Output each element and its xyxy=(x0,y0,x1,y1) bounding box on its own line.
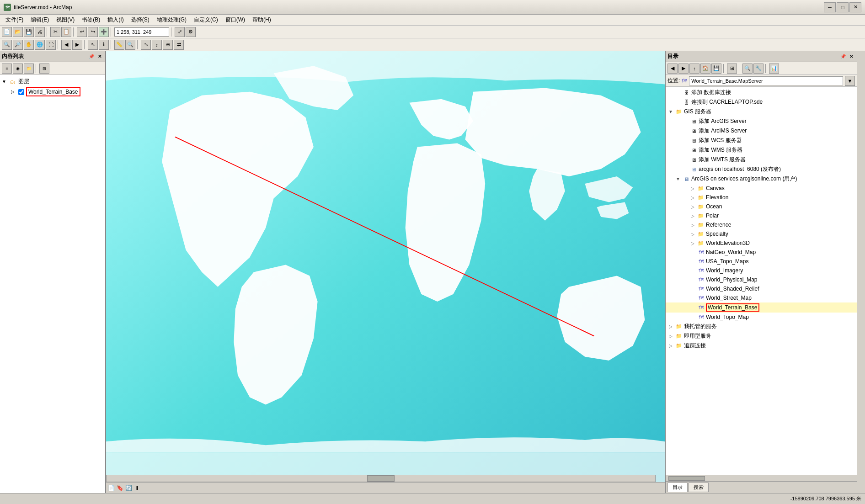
menu-view[interactable]: 视图(V) xyxy=(53,15,78,25)
catalog-hscrollbar[interactable] xyxy=(666,475,857,481)
cat-home-btn[interactable]: 🏠 xyxy=(700,64,710,74)
tree-item-add-arcgis[interactable]: 🖥 添加 ArcGIS Server xyxy=(666,117,857,126)
menu-bookmarks[interactable]: 书签(B) xyxy=(78,15,104,25)
elevation-expand[interactable]: ▷ xyxy=(689,194,696,201)
redo-button[interactable]: ↪ xyxy=(88,27,98,37)
tree-item-arcgisonline[interactable]: ▼ 🖥 ArcGIS on services.arcgisonline.com … xyxy=(666,174,857,184)
toc-btn-2[interactable]: ◉ xyxy=(13,64,23,74)
menu-customize[interactable]: 自定义(C) xyxy=(190,15,222,25)
title-bar-controls[interactable]: ─ □ ✕ xyxy=(824,2,861,12)
menu-help[interactable]: 帮助(H) xyxy=(249,15,275,25)
tree-item-polar[interactable]: ▷ 📁 Polar xyxy=(666,211,857,220)
tree-item-localhost[interactable]: 🖥 arcgis on localhost_6080 (发布者) xyxy=(666,164,857,174)
tree-item-imagery[interactable]: 🗺 World_Imagery xyxy=(666,266,857,275)
layers-expand-icon[interactable]: ▼ xyxy=(2,79,7,85)
pan-button[interactable]: ✋ xyxy=(24,40,34,50)
tree-item-elevation[interactable]: ▷ 📁 Elevation xyxy=(666,193,857,202)
layer-checkbox[interactable] xyxy=(18,89,24,95)
minimize-button[interactable]: ─ xyxy=(824,2,836,12)
tree-item-myservices[interactable]: ▷ 📁 我托管的服务 xyxy=(666,322,857,331)
toc-close-icon[interactable]: ✕ xyxy=(96,53,103,60)
tree-item-add-wms[interactable]: 🖥 添加 WMS 服务器 xyxy=(666,145,857,155)
toc-btn-4[interactable]: ⊞ xyxy=(39,64,49,74)
tree-item-gis-server[interactable]: ▼ 📁 GIS 服务器 xyxy=(666,107,857,117)
tree-item-canvas[interactable]: ▷ 📁 Canvas xyxy=(666,184,857,193)
menu-window[interactable]: 窗口(W) xyxy=(222,15,249,25)
tree-item-add-arcims[interactable]: 🖥 添加 ArcIMS Server xyxy=(666,126,857,136)
toc-btn-1[interactable]: ≡ xyxy=(2,64,12,74)
tools-button[interactable]: ⚙ xyxy=(186,27,196,37)
identify-button[interactable]: ℹ xyxy=(99,40,109,50)
cat-search-btn[interactable]: 🔍 xyxy=(742,64,753,74)
cat-save-btn[interactable]: 💾 xyxy=(711,64,721,74)
select-button[interactable]: ↖ xyxy=(88,40,98,50)
full-extent-button[interactable]: ⛶ xyxy=(46,40,56,50)
zoom-out-button[interactable]: 🔎 xyxy=(13,40,23,50)
copy-button[interactable]: 📋 xyxy=(61,27,71,37)
nav5-button[interactable]: ⇄ xyxy=(174,40,184,50)
worldelev-expand[interactable]: ▷ xyxy=(689,240,696,246)
save-button[interactable]: 💾 xyxy=(24,27,34,37)
tree-item-terrain-base[interactable]: 🗺 World_Terrain_Base xyxy=(666,302,857,313)
menu-select[interactable]: 选择(S) xyxy=(128,15,153,25)
measure-button[interactable]: 📏 xyxy=(114,40,124,50)
nav2-button[interactable]: ⤡ xyxy=(141,40,151,50)
tree-item-reference[interactable]: ▷ 📁 Reference xyxy=(666,220,857,229)
cat-tool1-btn[interactable]: 🔧 xyxy=(753,64,764,74)
tree-item-ocean[interactable]: ▷ 📁 Ocean xyxy=(666,202,857,211)
cat-back-btn[interactable]: ◀ xyxy=(667,64,678,74)
menu-geoprocessing[interactable]: 地理处理(G) xyxy=(153,15,190,25)
forward-button[interactable]: ▶ xyxy=(72,40,82,50)
tree-item-add-wmts[interactable]: 🖥 添加 WMTS 服务器 xyxy=(666,155,857,164)
tree-item-topo-map[interactable]: 🗺 World_Topo_Map xyxy=(666,313,857,322)
cat-grid-btn[interactable]: ⊞ xyxy=(727,64,737,74)
location-go-btn[interactable]: ▼ xyxy=(845,76,855,86)
globe-button[interactable]: 🌐 xyxy=(35,40,45,50)
add-data-button[interactable]: ➕ xyxy=(99,27,109,37)
tree-item-instant[interactable]: ▷ 📁 即用型服务 xyxy=(666,331,857,341)
tree-item-usatopo[interactable]: 🗺 USA_Topo_Maps xyxy=(666,257,857,266)
arcgisonline-expand[interactable]: ▼ xyxy=(675,176,681,182)
close-button[interactable]: ✕ xyxy=(849,2,861,12)
find-button[interactable]: 🔍 xyxy=(125,40,135,50)
back-button[interactable]: ◀ xyxy=(61,40,71,50)
myservices-expand[interactable]: ▷ xyxy=(667,324,674,330)
tree-item-worldelevation3d[interactable]: ▷ 📁 WorldElevation3D xyxy=(666,239,857,248)
scrollbar-thumb-h[interactable] xyxy=(367,475,395,482)
trace-expand[interactable]: ▷ xyxy=(667,343,674,349)
tree-item-specialty[interactable]: ▷ 📁 Specialty xyxy=(666,229,857,239)
print-button[interactable]: 🖨 xyxy=(35,27,45,37)
tree-item-street-map[interactable]: 🗺 World_Street_Map xyxy=(666,293,857,302)
polar-expand[interactable]: ▷ xyxy=(689,212,696,219)
cut-button[interactable]: ✂ xyxy=(50,27,60,37)
layer-expand-icon[interactable]: ▷ xyxy=(11,89,16,95)
nav4-button[interactable]: ⊕ xyxy=(163,40,173,50)
canvas-expand[interactable]: ▷ xyxy=(689,185,696,191)
menu-file[interactable]: 文件(F) xyxy=(2,15,27,25)
instant-expand[interactable]: ▷ xyxy=(667,333,674,340)
nav3-button[interactable]: ↕ xyxy=(152,40,162,50)
menu-edit[interactable]: 编辑(E) xyxy=(27,15,53,25)
maximize-button[interactable]: □ xyxy=(837,2,849,12)
map-pause-icon[interactable]: ⏸ xyxy=(134,485,139,491)
ocean-expand[interactable]: ▷ xyxy=(689,203,696,210)
catalog-close-icon[interactable]: ✕ xyxy=(848,53,855,60)
tree-item-cacrle[interactable]: 🗄 连接到 CACRLELAPTOP.sde xyxy=(666,97,857,107)
gis-expand[interactable]: ▼ xyxy=(667,109,674,115)
map-scrollbar-h[interactable] xyxy=(106,475,656,482)
menu-insert[interactable]: 插入(I) xyxy=(104,15,127,25)
tab-search[interactable]: 搜索 xyxy=(689,483,709,492)
open-button[interactable]: 📂 xyxy=(13,27,23,37)
tree-item-shaded-relief[interactable]: 🗺 World_Shaded_Relief xyxy=(666,284,857,293)
tree-item-add-wcs[interactable]: 🖥 添加 WCS 服务器 xyxy=(666,136,857,145)
toc-layer-item[interactable]: ▷ World_Terrain_Base xyxy=(2,86,103,97)
toc-btn-3[interactable]: 📁 xyxy=(24,64,34,74)
extent-button[interactable]: ⤢ xyxy=(175,27,185,37)
catalog-hscrollbar-thumb[interactable] xyxy=(668,476,705,481)
tree-item-natgeo[interactable]: 🗺 NatGeo_World_Map xyxy=(666,248,857,257)
tree-item-trace[interactable]: ▷ 📁 追踪连接 xyxy=(666,341,857,350)
reference-expand[interactable]: ▷ xyxy=(689,222,696,228)
new-button[interactable]: 📄 xyxy=(2,27,12,37)
tree-item-physical[interactable]: 🗺 World_Physical_Map xyxy=(666,275,857,284)
location-input[interactable] xyxy=(689,76,843,85)
